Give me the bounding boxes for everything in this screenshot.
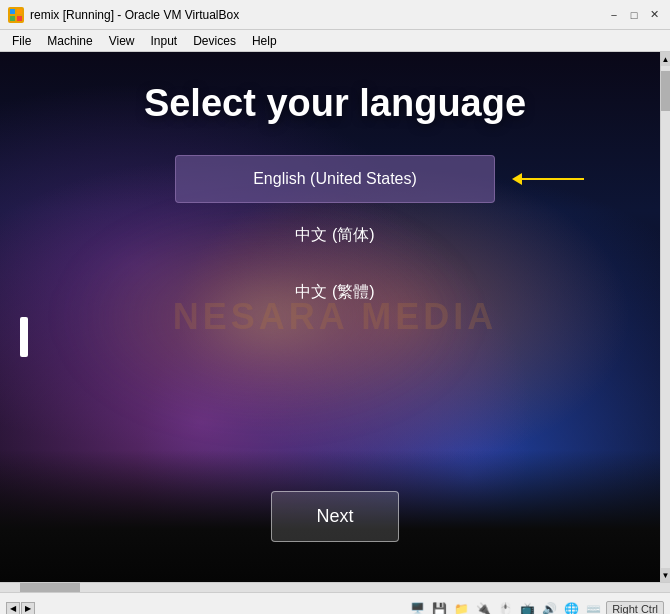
tray-icon-4[interactable]: 🔌 [474,600,492,615]
menu-machine[interactable]: Machine [39,32,100,50]
language-english[interactable]: English (United States) [175,155,495,203]
nav-left[interactable]: ◀ [6,602,20,615]
statusbar-right: 🖥️ 💾 📁 🔌 🖱️ 📺 🔊 🌐 ⌨️ Right Ctrl [408,600,664,615]
tray-icon-7[interactable]: 🔊 [540,600,558,615]
menubar: File Machine View Input Devices Help [0,30,670,52]
menu-help[interactable]: Help [244,32,285,50]
tray-icon-8[interactable]: 🌐 [562,600,580,615]
installer-content: Select your language English (United Sta… [0,52,670,582]
statusbar: ◀ ▶ 🖥️ 💾 📁 🔌 🖱️ 📺 🔊 🌐 ⌨️ Right Ctrl [0,592,670,614]
language-chinese-traditional[interactable]: 中文 (繁體) [175,268,495,317]
menu-file[interactable]: File [4,32,39,50]
language-list: English (United States) 中文 (简体) 中文 (繁體) [175,155,495,317]
svg-rect-3 [17,16,22,21]
next-button-container: Next [271,491,399,542]
horizontal-scrollbar[interactable] [0,582,670,592]
scrollbar-thumb[interactable] [661,71,670,111]
tray-icon-2[interactable]: 💾 [430,600,448,615]
scrollbar-down[interactable]: ▼ [661,568,670,582]
menu-devices[interactable]: Devices [185,32,244,50]
right-ctrl-label: Right Ctrl [606,601,664,615]
titlebar: remix [Running] - Oracle VM VirtualBox −… [0,0,670,30]
close-button[interactable]: ✕ [646,7,662,23]
language-chinese-simplified[interactable]: 中文 (简体) [175,211,495,260]
titlebar-controls: − □ ✕ [606,7,662,23]
titlebar-title: remix [Running] - Oracle VM VirtualBox [30,8,606,22]
svg-rect-0 [10,9,15,14]
svg-rect-2 [10,16,15,21]
maximize-button[interactable]: □ [626,7,642,23]
statusbar-left: ◀ ▶ [6,602,35,615]
app-icon [8,7,24,23]
next-button[interactable]: Next [271,491,399,542]
vm-scrollbar-vertical[interactable]: ▲ ▼ [660,52,670,582]
tray-icon-1[interactable]: 🖥️ [408,600,426,615]
installer-title: Select your language [144,82,526,125]
menu-input[interactable]: Input [143,32,186,50]
scrollbar-up[interactable]: ▲ [661,52,670,66]
tray-icon-keyboard[interactable]: ⌨️ [584,600,602,615]
scroll-indicator [20,317,28,357]
arrow-annotation [514,178,584,180]
minimize-button[interactable]: − [606,7,622,23]
svg-rect-1 [17,9,22,14]
tray-icon-6[interactable]: 📺 [518,600,536,615]
vm-display: NESARA MEDIA Select your language Englis… [0,52,670,582]
nav-arrows: ◀ ▶ [6,602,35,615]
menu-view[interactable]: View [101,32,143,50]
tray-icon-3[interactable]: 📁 [452,600,470,615]
scrollbar-h-thumb[interactable] [20,583,80,592]
nav-right[interactable]: ▶ [21,602,35,615]
tray-icon-5[interactable]: 🖱️ [496,600,514,615]
